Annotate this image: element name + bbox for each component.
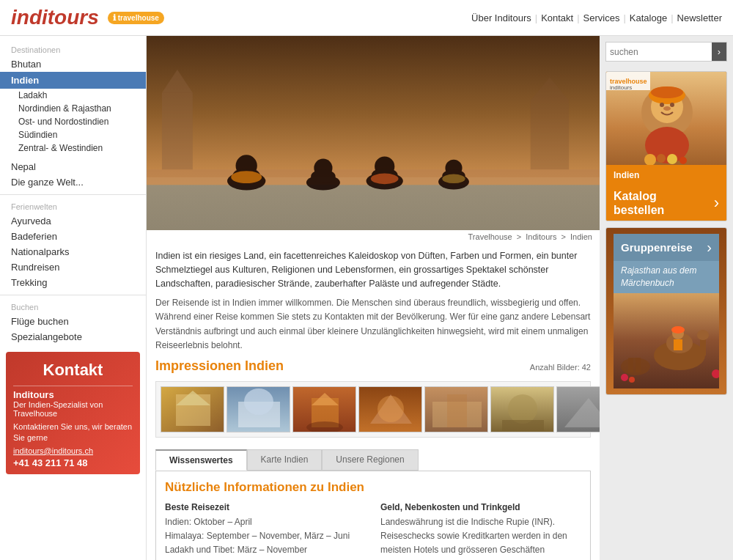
svg-rect-71 (628, 358, 633, 372)
sidebar-item-nepal[interactable]: Nepal (0, 159, 146, 174)
nav-kataloge[interactable]: Kataloge (630, 12, 667, 23)
gruppenreise-svg (614, 293, 719, 388)
search-input-right[interactable] (606, 43, 712, 61)
svg-point-40 (508, 394, 537, 424)
svg-point-69 (671, 326, 685, 334)
thumbnail-3[interactable] (292, 386, 356, 432)
tab-unsere-regionen[interactable]: Unsere Regionen (322, 449, 418, 471)
breadcrumb-current: Indien (570, 232, 592, 241)
geld-text: Landeswährung ist die Indische Rupie (IN… (380, 515, 581, 560)
svg-point-49 (660, 103, 664, 107)
info-icon: ℹ (113, 13, 116, 23)
katalog-bottom: Katalog bestellen › (606, 185, 726, 221)
svg-point-48 (651, 86, 683, 98)
nav-newsletter[interactable]: Newsletter (677, 12, 722, 23)
impressionen-section: Impressionen Indien Anzahl Bilder: 42 (147, 358, 600, 443)
tab-content-title: Nützliche Informationen zu Indien (165, 480, 581, 495)
nav-kontakt[interactable]: Kontakt (541, 12, 573, 23)
thumbnail-6[interactable] (490, 386, 554, 432)
sidebar-item-spezial[interactable]: Spezialangebote (0, 329, 146, 345)
thumbnails-row: › (155, 381, 591, 438)
thumbnail-5[interactable] (424, 386, 488, 432)
sidebar-item-rundreisen[interactable]: Rundreisen (0, 259, 146, 275)
nav-sep-3: | (623, 12, 625, 23)
sidebar-divider-2 (0, 295, 146, 295)
bilder-count: Anzahl Bilder: 42 (530, 363, 591, 372)
kontakt-cta: Kontaktieren Sie uns, wir beraten Sie ge… (13, 421, 133, 444)
kontakt-email[interactable]: inditours@inditours.ch (13, 446, 133, 455)
search-button-right[interactable]: › (712, 43, 726, 61)
svg-point-51 (663, 106, 671, 111)
thumbnail-2[interactable] (226, 386, 290, 432)
logo-text[interactable]: inditours (11, 6, 99, 29)
svg-point-75 (629, 377, 635, 383)
svg-rect-72 (636, 358, 641, 372)
svg-point-56 (679, 157, 687, 164)
sidebar-divider-1 (0, 194, 146, 195)
svg-text:inditours: inditours (610, 84, 632, 91)
kontakt-box: Kontakt Inditours Der Indien-Spezialist … (6, 352, 140, 474)
svg-rect-41 (502, 420, 544, 431)
geld-title: Geld, Nebenkosten und Trinkgeld (380, 502, 581, 512)
tab-wissenswertes[interactable]: Wissenswertes (155, 449, 247, 471)
svg-point-50 (670, 103, 674, 107)
nav-services[interactable]: Services (583, 12, 620, 23)
gruppenreise-card[interactable]: Gruppenreise › Rajasthan aus dem Märchen… (605, 227, 727, 395)
content: Travelhouse > Inditours > Indien Indien … (147, 36, 600, 560)
katalog-region-label: Indien (614, 170, 639, 180)
breadcrumb-inditours[interactable]: Inditours (526, 232, 556, 241)
tabs: Wissenswertes Karte Indien Unsere Region… (155, 449, 591, 471)
sidebar-item-indien[interactable]: Indien (0, 72, 146, 89)
hero-image (147, 36, 600, 230)
sidebar-item-badeferien[interactable]: Badeferien (0, 229, 146, 244)
breadcrumb-sep1: > (517, 232, 521, 241)
sidebar-item-ganzewelt[interactable]: Die ganze Welt... (0, 174, 146, 190)
sidebar-item-ladakh[interactable]: Ladakh (0, 89, 146, 102)
beste-reisezeit-title: Beste Reisezeit (165, 502, 366, 512)
gruppenreise-sub: Rajasthan aus dem Märchenbuch (614, 261, 719, 293)
sidebar-item-ostindien[interactable]: Ost- und Nordostindien (0, 115, 146, 128)
thumbnail-1[interactable] (161, 386, 224, 432)
intro-main: Indien ist ein riesiges Land, ein facett… (155, 249, 591, 290)
gruppenreise-arrow-icon: › (707, 239, 712, 256)
nav-ueber-inditours[interactable]: Über Inditours (471, 12, 531, 23)
svg-point-53 (644, 154, 656, 166)
svg-point-17 (371, 173, 399, 184)
right-panel: › (600, 36, 733, 560)
katalog-overlay: Indien (606, 165, 726, 185)
katalog-arrow-icon: › (714, 194, 719, 213)
logo-area: inditours ℹ travelhouse (11, 6, 164, 29)
svg-point-54 (657, 154, 666, 163)
nav-sep-1: | (535, 12, 537, 23)
katalog-card[interactable]: travelhouse inditours Indien Katalog bes… (605, 71, 727, 221)
sidebar-item-zentral[interactable]: Zentral- & Westindien (0, 141, 146, 155)
gruppenreise-title: Gruppenreise (621, 241, 693, 254)
sidebar-item-trekking[interactable]: Trekking (0, 275, 146, 290)
gruppenreise-header: Gruppenreise › (614, 234, 719, 261)
info-columns: Beste Reisezeit Indien: Oktober – April … (165, 502, 581, 560)
sidebar-item-fluege[interactable]: Flüge buchen (0, 314, 146, 329)
sidebar-item-nationalparks[interactable]: Nationalparks (0, 244, 146, 259)
sidebar-item-ayurveda[interactable]: Ayurveda (0, 213, 146, 229)
info-col-left: Beste Reisezeit Indien: Oktober – April … (165, 502, 366, 560)
beste-reisezeit-text: Indien: Oktober – April Himalaya: Septem… (165, 515, 366, 558)
kontakt-title: Kontakt (13, 358, 133, 383)
breadcrumb-travelhouse[interactable]: Travelhouse (468, 232, 512, 241)
tab-karte-indien[interactable]: Karte Indien (247, 449, 323, 471)
intro-secondary: Der Reisende ist in Indien immer willkom… (155, 296, 591, 353)
kontakt-divider (13, 386, 133, 386)
svg-point-74 (621, 374, 628, 381)
nav-area: Über Inditours | Kontakt | Services | Ka… (471, 12, 722, 23)
main-layout: Destinationen Bhutan Indien Ladakh Nordi… (0, 36, 733, 560)
info-col-right: Geld, Nebenkosten und Trinkgeld Landeswä… (380, 502, 581, 560)
svg-point-16 (231, 171, 262, 183)
sidebar-item-nordindien[interactable]: Nordindien & Rajasthan (0, 102, 146, 115)
svg-rect-68 (674, 339, 682, 350)
thumbnail-4[interactable] (358, 386, 422, 432)
sidebar-item-bhutan[interactable]: Bhutan (0, 56, 146, 72)
sidebar-item-suedindien[interactable]: Südindien (0, 128, 146, 141)
nav-sep-4: | (671, 12, 673, 23)
svg-point-35 (377, 396, 404, 422)
impressionen-title: Impressionen Indien (155, 358, 284, 374)
svg-rect-21 (531, 100, 569, 169)
